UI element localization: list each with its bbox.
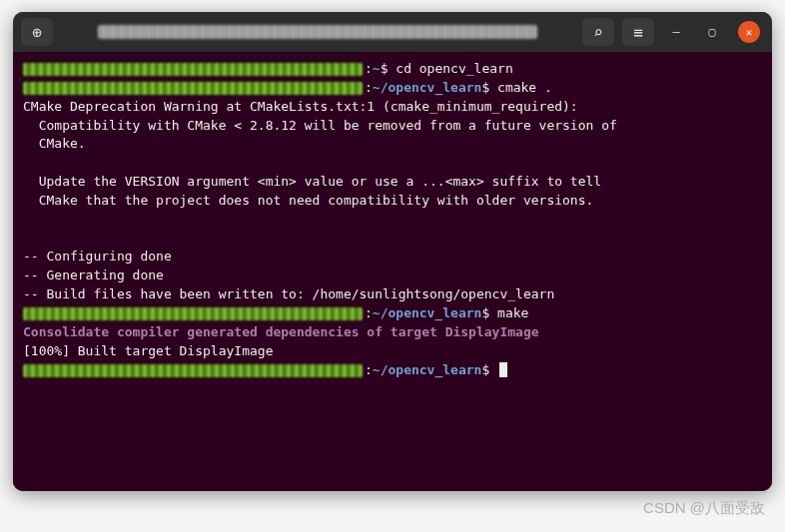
menu-button[interactable]: ≡	[622, 18, 654, 46]
command-text: make	[489, 305, 528, 320]
terminal-window: ⊕ ⌕ ≡ — ▢ ✕ :~$ cd opencv_learn:~/opencv…	[13, 12, 772, 491]
prompt-path: ~/opencv_learn	[373, 80, 482, 95]
cursor	[499, 362, 507, 377]
terminal-line: [100%] Built target DisplayImage	[23, 342, 762, 361]
minimize-icon: —	[672, 25, 679, 39]
user-host-redacted	[23, 364, 363, 377]
terminal-line	[23, 154, 762, 173]
terminal-line: :~/opencv_learn$ cmake .	[23, 79, 762, 98]
window-title	[61, 18, 574, 46]
search-icon: ⌕	[593, 23, 603, 42]
hamburger-icon: ≡	[633, 23, 643, 42]
prompt-path: ~/opencv_learn	[373, 362, 482, 377]
plus-icon: ⊕	[32, 23, 42, 42]
terminal-line: -- Configuring done	[23, 248, 762, 266]
new-tab-button[interactable]: ⊕	[21, 18, 53, 46]
terminal-line	[23, 211, 762, 230]
terminal-line: CMake.	[23, 135, 762, 154]
terminal-line: Compatibility with CMake < 2.8.12 will b…	[23, 117, 762, 136]
titlebar: ⊕ ⌕ ≡ — ▢ ✕	[13, 12, 772, 52]
maximize-icon: ▢	[708, 25, 715, 39]
user-host-redacted	[23, 307, 363, 320]
close-icon: ✕	[746, 26, 753, 39]
terminal-line	[23, 230, 762, 249]
prompt-path: ~/opencv_learn	[373, 305, 482, 320]
terminal-line: :~/opencv_learn$	[23, 361, 762, 380]
titlebar-controls: ⌕ ≡ — ▢ ✕	[582, 18, 764, 46]
minimize-button[interactable]: —	[662, 18, 690, 46]
search-button[interactable]: ⌕	[582, 18, 614, 46]
terminal-line: -- Build files have been written to: /ho…	[23, 285, 762, 304]
terminal-body[interactable]: :~$ cd opencv_learn:~/opencv_learn$ cmak…	[13, 52, 772, 491]
terminal-line: CMake Deprecation Warning at CMakeLists.…	[23, 98, 762, 117]
close-button[interactable]: ✕	[738, 21, 760, 43]
terminal-line: CMake that the project does not need com…	[23, 192, 762, 211]
user-host-redacted	[23, 63, 363, 76]
command-text: cd opencv_learn	[388, 61, 512, 76]
title-redacted	[98, 25, 537, 39]
user-host-redacted	[23, 82, 363, 95]
watermark-text: CSDN @八面受敌	[643, 499, 765, 518]
prompt-path: ~	[373, 61, 381, 76]
terminal-line: :~$ cd opencv_learn	[23, 60, 762, 79]
terminal-line: Consolidate compiler generated dependenc…	[23, 323, 762, 342]
command-text	[489, 362, 497, 377]
terminal-line: :~/opencv_learn$ make	[23, 304, 762, 323]
maximize-button[interactable]: ▢	[698, 18, 726, 46]
terminal-line: -- Generating done	[23, 266, 762, 285]
terminal-line: Update the VERSION argument <min> value …	[23, 173, 762, 192]
command-text: cmake .	[489, 80, 552, 95]
